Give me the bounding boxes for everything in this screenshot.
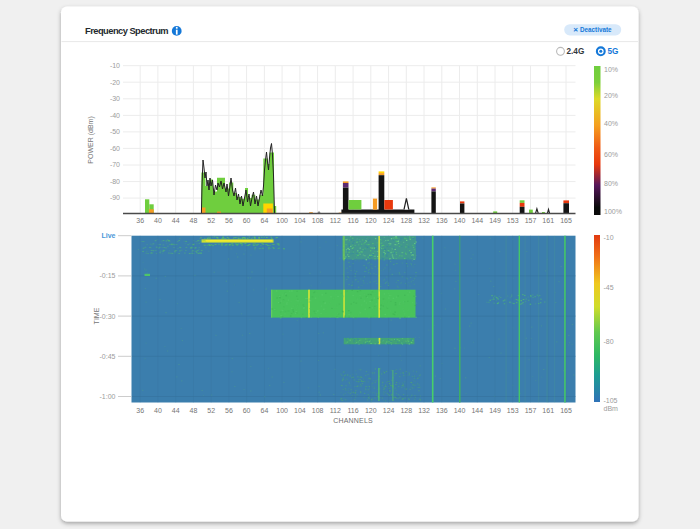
svg-text:-60: -60 (110, 145, 120, 152)
svg-text:-0:45: -0:45 (100, 353, 116, 360)
svg-text:60: 60 (243, 217, 251, 224)
svg-text:Frequency Spectrum: Frequency Spectrum (85, 26, 168, 36)
svg-text:153: 153 (507, 407, 519, 414)
svg-text:60: 60 (243, 407, 251, 414)
svg-text:-105: -105 (604, 397, 618, 404)
svg-text:64: 64 (261, 407, 269, 414)
svg-text:-45: -45 (604, 284, 614, 291)
svg-text:36: 36 (136, 217, 144, 224)
svg-text:144: 144 (471, 217, 483, 224)
svg-text:104: 104 (294, 217, 306, 224)
svg-text:149: 149 (489, 407, 501, 414)
svg-text:Live: Live (101, 232, 115, 239)
svg-text:-10: -10 (604, 234, 614, 241)
svg-text:120: 120 (365, 217, 377, 224)
svg-text:100: 100 (276, 217, 288, 224)
svg-text:-40: -40 (110, 112, 120, 119)
svg-text:-80: -80 (604, 338, 614, 345)
svg-text:140: 140 (454, 217, 466, 224)
svg-text:108: 108 (312, 407, 324, 414)
svg-text:136: 136 (436, 217, 448, 224)
svg-text:40: 40 (154, 217, 162, 224)
svg-text:44: 44 (172, 407, 180, 414)
svg-text:44: 44 (172, 217, 180, 224)
svg-text:52: 52 (207, 407, 215, 414)
svg-text:128: 128 (400, 217, 412, 224)
svg-text:100: 100 (276, 407, 288, 414)
svg-text:165: 165 (560, 407, 572, 414)
svg-text:132: 132 (418, 407, 430, 414)
svg-text:-10: -10 (110, 62, 120, 69)
svg-text:104: 104 (294, 407, 306, 414)
svg-text:144: 144 (471, 407, 483, 414)
svg-text:108: 108 (312, 217, 324, 224)
svg-text:40%: 40% (604, 120, 618, 127)
svg-text:-1:00: -1:00 (100, 393, 116, 400)
svg-text:153: 153 (507, 217, 519, 224)
svg-text:40: 40 (154, 407, 162, 414)
svg-text:112: 112 (330, 407, 341, 414)
svg-text:136: 136 (436, 407, 448, 414)
svg-text:-90: -90 (110, 194, 120, 201)
svg-text:60%: 60% (604, 151, 618, 158)
svg-text:48: 48 (190, 217, 198, 224)
svg-text:✕ Deactivate: ✕ Deactivate (573, 26, 612, 33)
svg-text:-20: -20 (110, 79, 120, 86)
svg-text:124: 124 (383, 217, 395, 224)
svg-text:2.4G: 2.4G (567, 47, 585, 56)
svg-text:112: 112 (330, 217, 341, 224)
svg-text:80%: 80% (604, 180, 618, 187)
svg-text:56: 56 (225, 407, 233, 414)
svg-text:140: 140 (454, 407, 466, 414)
svg-text:-70: -70 (110, 161, 120, 168)
svg-text:157: 157 (525, 407, 537, 414)
svg-text:157: 157 (525, 217, 537, 224)
svg-text:132: 132 (418, 217, 430, 224)
svg-text:124: 124 (383, 407, 395, 414)
svg-text:149: 149 (489, 217, 501, 224)
svg-text:-0:15: -0:15 (100, 272, 116, 279)
svg-text:5G: 5G (608, 47, 619, 56)
svg-text:100%: 100% (604, 208, 622, 215)
svg-text:56: 56 (225, 217, 233, 224)
svg-text:36: 36 (136, 407, 144, 414)
svg-text:165: 165 (560, 217, 572, 224)
svg-text:10%: 10% (604, 66, 618, 73)
svg-text:64: 64 (261, 217, 269, 224)
svg-text:CHANNELS: CHANNELS (333, 417, 373, 424)
svg-text:116: 116 (348, 217, 359, 224)
svg-text:52: 52 (207, 217, 215, 224)
svg-text:128: 128 (400, 407, 412, 414)
svg-text:116: 116 (348, 407, 359, 414)
svg-text:dBm: dBm (604, 405, 619, 412)
svg-text:161: 161 (542, 217, 554, 224)
svg-text:20%: 20% (604, 92, 618, 99)
svg-text:48: 48 (190, 407, 198, 414)
svg-text:-80: -80 (110, 178, 120, 185)
svg-text:120: 120 (365, 407, 377, 414)
svg-text:-0:30: -0:30 (100, 313, 116, 320)
svg-text:-50: -50 (110, 128, 120, 135)
svg-text:POWER (dBm): POWER (dBm) (87, 116, 95, 163)
svg-text:-30: -30 (110, 95, 120, 102)
svg-text:161: 161 (542, 407, 554, 414)
